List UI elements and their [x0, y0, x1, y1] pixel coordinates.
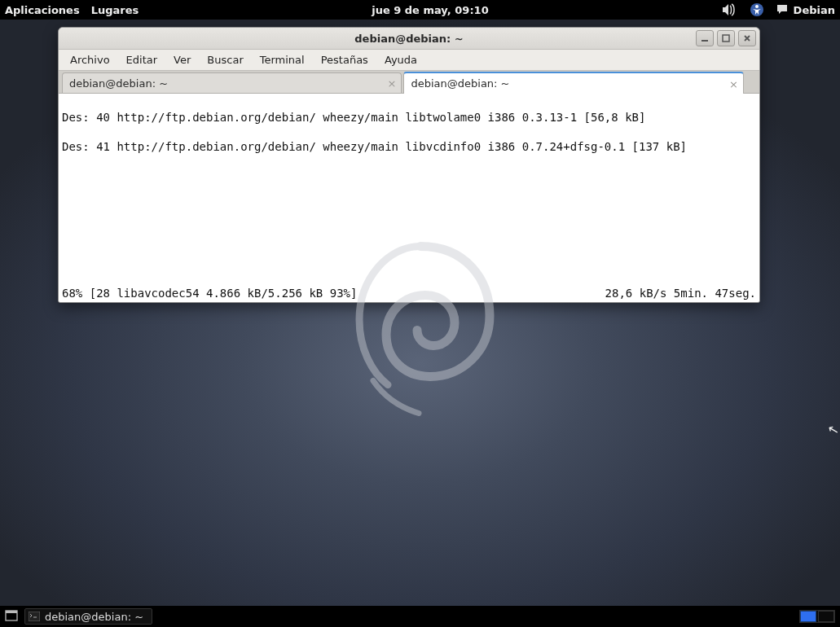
menu-edit[interactable]: Editar [120, 51, 165, 68]
svg-rect-2 [701, 40, 708, 42]
menu-help[interactable]: Ayuda [378, 51, 424, 68]
window-title: debian@debian: ~ [59, 33, 759, 45]
menu-applications[interactable]: Aplicaciones [5, 4, 80, 16]
workspace-1[interactable] [800, 611, 816, 622]
tab-label: debian@debian: ~ [69, 77, 168, 90]
cursor-icon: ↖ [825, 421, 840, 439]
close-icon[interactable]: × [729, 77, 738, 90]
terminal-tab-2[interactable]: debian@debian: ~ × [403, 72, 743, 94]
top-panel: Aplicaciones Lugares jue 9 de may, 09:10… [0, 0, 840, 20]
terminal-window: debian@debian: ~ Archivo Editar Ver Busc… [58, 27, 760, 303]
status-right: 28,6 kB/s 5min. 47seg. [605, 286, 756, 300]
terminal-body[interactable]: Des: 40 http://ftp.debian.org/debian/ wh… [59, 94, 759, 302]
terminal-line: Des: 41 http://ftp.debian.org/debian/ wh… [62, 139, 756, 154]
menu-search[interactable]: Buscar [200, 51, 249, 68]
svg-rect-5 [6, 611, 17, 613]
tab-bar: debian@debian: ~ × debian@debian: ~ × [59, 71, 759, 94]
taskbar-item-label: debian@debian: ~ [45, 611, 143, 623]
taskbar-item-terminal[interactable]: debian@debian: ~ [24, 608, 152, 625]
terminal-icon [29, 612, 40, 621]
clock[interactable]: jue 9 de may, 09:10 [139, 4, 721, 16]
minimize-button[interactable] [696, 30, 714, 46]
menu-terminal[interactable]: Terminal [253, 51, 311, 68]
menu-tabs[interactable]: Pestañas [314, 51, 375, 68]
svg-rect-6 [29, 612, 40, 621]
terminal-line: Des: 40 http://ftp.debian.org/debian/ wh… [62, 110, 756, 125]
menu-places[interactable]: Lugares [91, 4, 139, 16]
show-desktop-button[interactable] [5, 610, 18, 624]
maximize-button[interactable] [717, 30, 735, 46]
close-button[interactable] [738, 30, 756, 46]
workspace-2[interactable] [818, 611, 834, 622]
workspace-switcher[interactable] [799, 610, 835, 623]
os-label-text: Debian [794, 4, 835, 16]
close-icon[interactable]: × [388, 77, 397, 90]
chat-icon [776, 3, 789, 16]
menu-bar: Archivo Editar Ver Buscar Terminal Pesta… [59, 50, 759, 71]
tab-label: debian@debian: ~ [411, 77, 509, 90]
status-left: 68% [28 libavcodec54 4.866 kB/5.256 kB 9… [62, 286, 357, 300]
terminal-status-line: 68% [28 libavcodec54 4.866 kB/5.256 kB 9… [62, 286, 756, 300]
terminal-tab-1[interactable]: debian@debian: ~ × [62, 72, 402, 93]
menu-view[interactable]: Ver [167, 51, 197, 68]
accessibility-icon[interactable] [750, 2, 764, 17]
svg-rect-3 [723, 35, 729, 42]
svg-point-1 [755, 5, 759, 8]
menu-file[interactable]: Archivo [64, 51, 117, 68]
volume-icon[interactable] [722, 3, 738, 16]
os-menu[interactable]: Debian [776, 3, 835, 16]
title-bar[interactable]: debian@debian: ~ [59, 28, 759, 50]
bottom-panel: debian@debian: ~ [0, 606, 840, 627]
